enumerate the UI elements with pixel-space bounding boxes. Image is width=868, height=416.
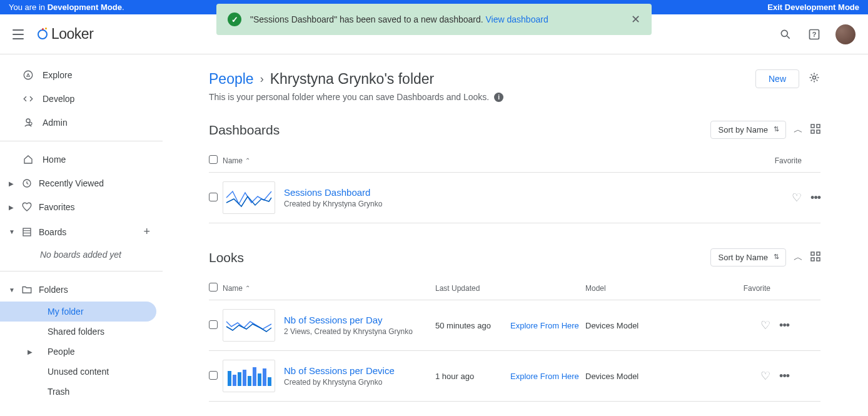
check-icon: ✓ <box>228 13 241 26</box>
svg-line-1 <box>787 36 790 38</box>
sort-asc-icon: ⌃ <box>245 285 250 292</box>
svg-rect-13 <box>817 124 820 128</box>
col-favorite-header: Favorite <box>764 156 802 165</box>
look-row: Nb of Sessions per Device Created by Khr… <box>209 351 820 402</box>
nav-home[interactable]: Home <box>0 148 163 171</box>
home-icon <box>23 154 34 165</box>
dev-mode-text: You are in Development Mode. <box>9 3 124 12</box>
board-icon <box>21 226 33 238</box>
search-icon[interactable] <box>778 27 793 42</box>
view-dashboard-link[interactable]: View dashboard <box>486 14 548 24</box>
hamburger-icon[interactable] <box>13 27 28 42</box>
dashboards-table-header: Name ⌃ Favorite <box>209 149 820 173</box>
chevron-right-icon: › <box>260 73 264 86</box>
new-button[interactable]: New <box>755 69 799 88</box>
gear-icon[interactable] <box>808 71 820 86</box>
svg-rect-8 <box>23 228 31 236</box>
page-title: Khrystyna Grynko's folder <box>270 71 435 88</box>
sidebar: Explore Develop Admin Home ▶ Recently Vi… <box>0 54 163 416</box>
more-menu[interactable]: ••• <box>779 370 789 382</box>
toast-message: "Sessions Dashboard" has been saved to a… <box>250 14 622 24</box>
looker-logo[interactable]: Looker <box>38 26 93 43</box>
svg-rect-19 <box>817 258 820 261</box>
favorite-toggle[interactable]: ♡ <box>792 191 802 204</box>
col-model-header[interactable]: Model <box>585 284 733 293</box>
user-avatar[interactable] <box>835 24 855 44</box>
caret-right-icon: ▶ <box>28 348 35 355</box>
folder-icon <box>21 284 33 295</box>
looks-table-header: Name ⌃ Last Updated Model Favorite <box>209 276 820 300</box>
exit-dev-mode-link[interactable]: Exit Development Mode <box>767 3 859 12</box>
nav-people[interactable]: ▶People <box>0 342 163 362</box>
row-checkbox[interactable] <box>209 193 218 201</box>
more-menu[interactable]: ••• <box>779 319 789 332</box>
compass-icon <box>23 69 34 81</box>
col-name-header[interactable]: Name ⌃ <box>223 284 435 293</box>
svg-rect-16 <box>811 252 814 255</box>
sort-dashboards-select[interactable]: Sort by Name <box>710 121 786 139</box>
add-board-button[interactable]: + <box>143 225 150 238</box>
explore-from-here-link[interactable]: Explore From Here <box>510 321 579 330</box>
close-icon[interactable]: ✕ <box>631 13 640 26</box>
toast-notification: ✓ "Sessions Dashboard" has been saved to… <box>216 4 652 35</box>
svg-point-4 <box>24 71 33 79</box>
favorite-toggle[interactable]: ♡ <box>760 370 770 382</box>
svg-rect-18 <box>811 258 814 261</box>
grid-view-icon[interactable] <box>810 124 820 136</box>
admin-icon <box>23 117 34 128</box>
more-menu[interactable]: ••• <box>810 191 820 204</box>
explore-from-here-link[interactable]: Explore From Here <box>510 372 579 381</box>
dashboards-heading: Dashboards <box>209 123 280 138</box>
nav-favorites[interactable]: ▶ Favorites <box>0 195 163 219</box>
caret-right-icon: ▶ <box>9 180 15 187</box>
look-title-link[interactable]: Nb of Sessions per Day <box>284 315 413 325</box>
svg-rect-15 <box>817 130 820 133</box>
breadcrumb-people-link[interactable]: People <box>209 71 254 88</box>
look-model: Devices Model <box>585 372 733 381</box>
sort-asc-icon: ⌃ <box>245 157 250 164</box>
nav-boards[interactable]: ▼ Boards + <box>0 219 163 245</box>
svg-rect-21 <box>233 375 236 386</box>
caret-down-icon: ▼ <box>9 287 15 293</box>
nav-recently-viewed[interactable]: ▶ Recently Viewed <box>0 171 163 195</box>
svg-rect-27 <box>263 368 266 386</box>
clock-icon <box>21 178 33 189</box>
select-all-checkbox[interactable] <box>209 155 218 164</box>
col-name-header[interactable]: Name ⌃ <box>223 156 423 165</box>
svg-rect-26 <box>258 373 261 386</box>
looks-heading: Looks <box>209 250 244 265</box>
grid-view-icon[interactable] <box>810 251 820 263</box>
nav-unused-content[interactable]: Unused content <box>0 362 163 382</box>
nav-folders[interactable]: ▼ Folders <box>0 278 163 302</box>
nav-trash[interactable]: Trash <box>0 382 163 402</box>
dashboard-title-link[interactable]: Sessions Dashboard <box>284 187 764 198</box>
help-icon[interactable]: ? <box>807 27 822 42</box>
col-updated-header[interactable]: Last Updated <box>435 284 510 293</box>
collapse-icon[interactable]: ︿ <box>794 251 803 263</box>
look-title-link[interactable]: Nb of Sessions per Device <box>284 365 395 376</box>
look-thumbnail <box>223 360 275 392</box>
svg-point-5 <box>26 119 30 123</box>
info-icon[interactable]: i <box>494 93 503 102</box>
collapse-icon[interactable]: ︿ <box>794 124 803 136</box>
nav-shared-folders[interactable]: Shared folders <box>0 322 163 342</box>
svg-text:?: ? <box>812 31 817 38</box>
nav-develop[interactable]: Develop <box>0 87 163 111</box>
nav-explore[interactable]: Explore <box>0 63 163 87</box>
nav-admin[interactable]: Admin <box>0 111 163 134</box>
heart-icon <box>21 201 33 213</box>
favorite-toggle[interactable]: ♡ <box>760 319 770 332</box>
caret-right-icon: ▶ <box>9 204 15 211</box>
row-checkbox[interactable] <box>209 320 218 329</box>
svg-rect-25 <box>253 367 256 386</box>
svg-point-6 <box>29 122 33 125</box>
svg-rect-23 <box>243 370 246 386</box>
row-checkbox[interactable] <box>209 371 218 380</box>
nav-my-folder[interactable]: My folder <box>0 302 156 322</box>
sort-looks-select[interactable]: Sort by Name <box>710 248 786 266</box>
select-all-checkbox[interactable] <box>209 283 218 292</box>
look-subtitle: 2 Views, Created by Khrystyna Grynko <box>284 327 413 336</box>
look-subtitle: Created by Khrystyna Grynko <box>284 378 395 387</box>
svg-rect-24 <box>248 376 251 386</box>
boards-empty-text: No boards added yet <box>0 245 163 265</box>
